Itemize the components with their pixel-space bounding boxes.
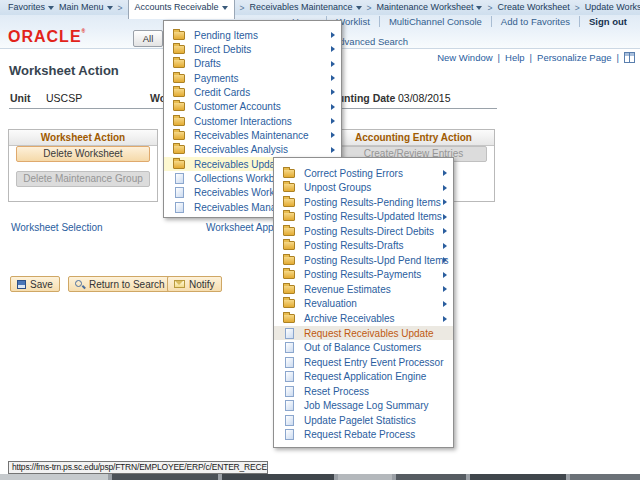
delete-maintenance-group-button: Delete Maintenance Group <box>16 171 150 187</box>
chevron-down-icon <box>222 6 228 10</box>
menu-item-request-entry-event-processor[interactable]: Request Entry Event Processor <box>274 355 453 369</box>
page-icon <box>285 357 294 368</box>
breadcrumb-separator: > <box>240 3 245 13</box>
folder-icon <box>283 241 295 250</box>
utility-nav-add-to-favorites[interactable]: Add to Favorites <box>491 16 579 27</box>
menu-item-revenue-estimates[interactable]: Revenue Estimates <box>274 282 453 296</box>
menu-item-posting-results-direct-debits[interactable]: Posting Results-Direct Debits <box>274 224 453 238</box>
breadcrumb-item-label: Update Worksheet <box>585 2 640 12</box>
menu-item-receivables-analysis[interactable]: Receivables Analysis <box>164 143 341 157</box>
menu-item-label: Request Application Engine <box>304 371 426 382</box>
peoplesoft-window: FavoritesMain Menu>Accounts Receivable>R… <box>0 0 640 480</box>
menu-item-posting-results-pending-items[interactable]: Posting Results-Pending Items <box>274 195 453 209</box>
menu-item-customer-accounts[interactable]: Customer Accounts <box>164 100 341 114</box>
receivables-update-submenu: Correct Posting ErrorsUnpost GroupsPosti… <box>273 157 454 448</box>
breadcrumb-item-accounts-receivable[interactable]: Accounts Receivable <box>128 0 235 19</box>
menu-item-label: Customer Interactions <box>194 116 292 127</box>
submenu-arrow-icon <box>443 199 447 205</box>
menu-item-label: Request Receivables Update <box>304 328 434 339</box>
page-icon <box>285 328 294 339</box>
menu-item-label: Job Message Log Summary <box>304 400 429 411</box>
save-button[interactable]: Save <box>10 276 60 292</box>
breadcrumb-item-receivables-maintenance[interactable]: Receivables Maintenance <box>250 1 362 14</box>
menu-item-label: Posting Results-Updated Items <box>304 211 442 222</box>
menu-item-revaluation[interactable]: Revaluation <box>274 297 453 311</box>
folder-icon <box>283 299 295 308</box>
taskbar-segment <box>222 474 334 480</box>
menu-item-receivables-maintenance[interactable]: Receivables Maintenance <box>164 128 341 142</box>
folder-icon <box>283 314 295 323</box>
submenu-arrow-icon <box>443 170 447 176</box>
breadcrumb-item-favorites[interactable]: Favorites <box>8 1 54 14</box>
breadcrumb-item-create-worksheet[interactable]: Create Worksheet <box>497 1 569 14</box>
personalize-grid-icon[interactable] <box>624 52 635 63</box>
accounting-date-value: 03/08/2015 <box>398 92 451 104</box>
search-scope-all-button[interactable]: All <box>133 30 163 47</box>
taskbar-segment <box>0 474 108 480</box>
menu-item-drafts[interactable]: Drafts <box>164 57 341 71</box>
taskbar-strip <box>0 474 640 480</box>
advanced-search-link[interactable]: Advanced Search <box>333 36 408 47</box>
chevron-down-icon <box>476 6 482 10</box>
folder-icon <box>283 169 295 178</box>
folder-icon <box>283 256 295 265</box>
menu-item-credit-cards[interactable]: Credit Cards <box>164 85 341 99</box>
submenu-arrow-icon <box>443 286 447 292</box>
submenu-arrow-icon <box>443 257 447 263</box>
page-icon <box>285 415 294 426</box>
page-link-personalize-page[interactable]: Personalize Page <box>537 52 611 63</box>
page-icon <box>285 342 294 353</box>
menu-item-label: Posting Results-Direct Debits <box>304 226 434 237</box>
unit-value: USCSP <box>46 92 82 104</box>
menu-item-request-receivables-update[interactable]: Request Receivables Update <box>274 326 453 340</box>
notify-button[interactable]: Notify <box>167 276 222 292</box>
notify-icon <box>174 280 185 288</box>
breadcrumb-item-main-menu[interactable]: Main Menu <box>59 1 113 14</box>
menu-item-label: Request Rebate Process <box>304 429 415 440</box>
utility-nav-multichannel-console[interactable]: MultiChannel Console <box>379 16 491 27</box>
menu-item-posting-results-drafts[interactable]: Posting Results-Drafts <box>274 239 453 253</box>
menu-item-update-pagelet-statistics[interactable]: Update Pagelet Statistics <box>274 413 453 427</box>
page-links-separator: | <box>530 52 532 63</box>
menu-item-request-rebate-process[interactable]: Request Rebate Process <box>274 428 453 442</box>
menu-item-payments[interactable]: Payments <box>164 71 341 85</box>
worksheet-action-groupbox: Worksheet Action Delete WorksheetDelete … <box>8 129 158 202</box>
menu-item-archive-receivables[interactable]: Archive Receivables <box>274 312 453 326</box>
menu-item-out-of-balance-customers[interactable]: Out of Balance Customers <box>274 341 453 355</box>
submenu-arrow-icon <box>443 301 447 307</box>
menu-item-direct-debits[interactable]: Direct Debits <box>164 42 341 56</box>
page-title: Worksheet Action <box>9 63 119 78</box>
submenu-arrow-icon <box>443 243 447 249</box>
submenu-arrow-icon <box>443 228 447 234</box>
menu-item-label: Archive Receivables <box>304 313 395 324</box>
page-links: New Window|Help|Personalize Page| <box>437 52 635 63</box>
breadcrumb-item-update-worksheet[interactable]: Update Worksheet <box>585 1 640 14</box>
submenu-arrow-icon <box>331 61 335 67</box>
menu-item-label: Drafts <box>194 58 221 69</box>
menu-item-job-message-log-summary[interactable]: Job Message Log Summary <box>274 399 453 413</box>
menu-item-posting-results-payments[interactable]: Posting Results-Payments <box>274 268 453 282</box>
worksheet-selection-link[interactable]: Worksheet Selection <box>11 222 103 233</box>
taskbar-segment <box>396 474 466 480</box>
page-link-new-window[interactable]: New Window <box>437 52 492 63</box>
submenu-arrow-icon <box>443 272 447 278</box>
page-link-help[interactable]: Help <box>505 52 525 63</box>
return-to-search-button[interactable]: Return to Search <box>68 276 172 292</box>
menu-item-request-application-engine[interactable]: Request Application Engine <box>274 370 453 384</box>
page-links-separator: | <box>617 52 619 63</box>
menu-item-customer-interactions[interactable]: Customer Interactions <box>164 114 341 128</box>
menu-item-posting-results-updated-items[interactable]: Posting Results-Updated Items <box>274 210 453 224</box>
menu-item-unpost-groups[interactable]: Unpost Groups <box>274 181 453 195</box>
menu-item-label: Update Pagelet Statistics <box>304 415 416 426</box>
submenu-arrow-icon <box>331 46 335 52</box>
submenu-arrow-icon <box>443 316 447 322</box>
menu-item-posting-results-upd-pend-items[interactable]: Posting Results-Upd Pend Items <box>274 253 453 267</box>
menu-item-label: Posting Results-Pending Items <box>304 197 441 208</box>
chevron-down-icon <box>48 6 54 10</box>
menu-item-correct-posting-errors[interactable]: Correct Posting Errors <box>274 166 453 180</box>
delete-worksheet-button[interactable]: Delete Worksheet <box>16 146 150 162</box>
utility-nav-sign-out[interactable]: Sign out <box>579 16 636 27</box>
breadcrumb-item-maintenance-worksheet[interactable]: Maintenance Worksheet <box>377 1 483 14</box>
menu-item-reset-process[interactable]: Reset Process <box>274 384 453 398</box>
menu-item-pending-items[interactable]: Pending Items <box>164 28 341 42</box>
